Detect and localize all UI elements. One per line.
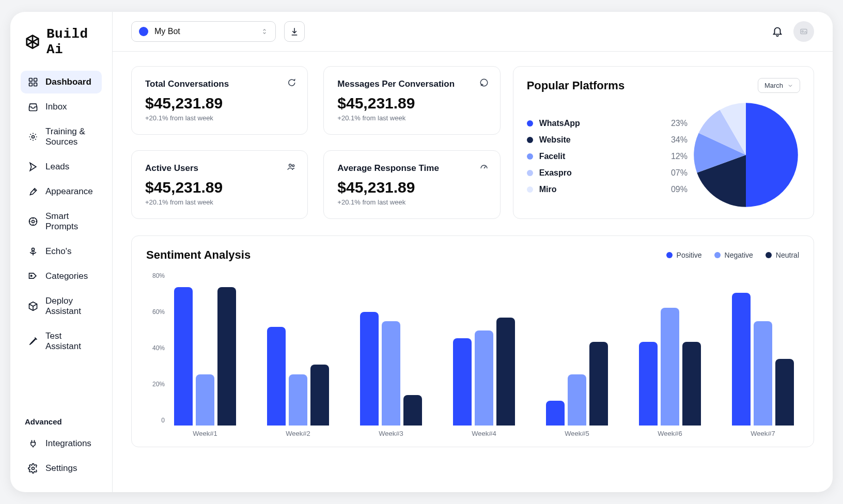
y-tick: 20% [152, 381, 165, 388]
legend-dot [527, 186, 533, 193]
platform-name: Website [539, 135, 571, 145]
svg-point-11 [802, 31, 803, 33]
bar-positive [267, 327, 286, 426]
sidebar-item-label: Categories [45, 271, 88, 281]
pie-slice [746, 103, 798, 207]
sidebar-item-leads[interactable]: Leads [21, 155, 102, 178]
card-value: $45,231.89 [337, 94, 486, 112]
bar-neutral [496, 318, 515, 426]
gear-icon [28, 463, 38, 474]
bar-negative [754, 321, 772, 426]
y-tick: 40% [152, 344, 165, 352]
platform-pct: 09% [671, 185, 688, 194]
stat-messages-per-conv: Messages Per Conversation $45,231.89 +20… [323, 66, 500, 135]
deploy-icon [28, 301, 38, 311]
bar-neutral [682, 342, 701, 426]
download-button[interactable] [284, 21, 305, 42]
bar-negative [382, 321, 400, 426]
sentiment-chart: 80%60%40%20%0 Week#1Week#2Week#3Week#4We… [146, 272, 799, 437]
chevron-updown-icon [261, 28, 268, 35]
topbar: My Bot [113, 12, 833, 52]
x-axis: Week#1Week#2Week#3Week#4Week#5Week#6Week… [169, 426, 799, 437]
stat-avg-response: Average Response Time $45,231.89 +20.1% … [323, 150, 500, 219]
platform-pct: 23% [671, 119, 688, 128]
legend-dot [527, 170, 533, 176]
sentiment-card: Sentiment Analysis Positive Negative Neu… [131, 235, 814, 447]
week-group [639, 274, 701, 426]
bar-neutral [775, 359, 794, 426]
download-icon [290, 27, 299, 36]
month-selector[interactable]: March [758, 78, 800, 93]
sidebar-item-deploy[interactable]: Deploy Assistant [21, 290, 102, 323]
month-label: March [764, 82, 783, 89]
svg-point-13 [289, 164, 292, 167]
bar-negative [196, 374, 214, 426]
platform-name: WhatsApp [539, 119, 580, 128]
legend-label: Positive [677, 251, 702, 259]
sidebar-item-label: Dashboard [45, 77, 91, 87]
appearance-icon [28, 186, 38, 197]
advanced-section-label: Advanced [21, 413, 102, 430]
platform-legend-row: Exaspro 07% [527, 168, 688, 178]
week-group [453, 274, 515, 426]
card-title: Total Conversations [145, 79, 294, 89]
legend-label: Negative [725, 251, 753, 259]
card-title: Active Users [145, 163, 294, 174]
x-tick: Week#5 [546, 430, 608, 437]
sidebar-item-integrations[interactable]: Integrations [21, 432, 102, 455]
sidebar-item-categories[interactable]: Categories [21, 265, 102, 288]
legend-dot-positive [666, 252, 673, 258]
sidebar-item-label: Integrations [45, 438, 91, 449]
card-value: $45,231.89 [337, 179, 486, 196]
bar-negative [568, 374, 586, 426]
bar-positive [546, 401, 565, 426]
gauge-icon [479, 162, 489, 171]
card-sub: +20.1% from last week [145, 198, 294, 206]
platform-pct: 34% [671, 135, 688, 145]
platforms-title: Popular Platforms [527, 79, 625, 92]
week-group [732, 274, 794, 426]
y-tick: 80% [152, 272, 165, 279]
sidebar-item-echos[interactable]: Echo's [21, 240, 102, 263]
top-row: Total Conversations $45,231.89 +20.1% fr… [131, 66, 814, 219]
sidebar-item-label: Deploy Assistant [45, 296, 95, 317]
legend-dot-negative [714, 252, 721, 258]
users-icon [287, 162, 296, 171]
bot-selector[interactable]: My Bot [131, 21, 276, 42]
bar-positive [732, 293, 751, 426]
sidebar-item-label: Test Assistant [45, 331, 95, 352]
sidebar-item-inbox[interactable]: Inbox [21, 96, 102, 118]
x-tick: Week#4 [453, 430, 515, 437]
y-axis: 80%60%40%20%0 [146, 272, 169, 424]
bar-neutral [217, 287, 236, 426]
echos-icon [28, 246, 38, 257]
bar-positive [174, 287, 193, 426]
sidebar-item-label: Smart Prompts [45, 211, 95, 232]
leads-icon [28, 162, 38, 172]
sidebar-item-settings[interactable]: Settings [21, 457, 102, 480]
sidebar-item-label: Inbox [45, 102, 67, 112]
svg-rect-3 [34, 83, 37, 86]
x-tick: Week#2 [267, 430, 329, 437]
sidebar-item-training[interactable]: Training & Sources [21, 120, 102, 153]
svg-point-8 [30, 275, 32, 277]
platform-legend-row: Website 34% [527, 135, 688, 145]
svg-point-6 [32, 220, 35, 223]
popular-platforms-card: Popular Platforms March WhatsApp 23% Web… [513, 66, 814, 219]
sidebar-item-dashboard[interactable]: Dashboard [21, 71, 102, 93]
y-tick: 0 [161, 417, 165, 424]
sidebar: Build Ai Dashboard Inbox Training & Sour… [10, 12, 113, 492]
avatar[interactable] [793, 21, 814, 42]
logo-icon [25, 34, 40, 50]
svg-rect-0 [29, 78, 33, 82]
sidebar-item-smart-prompts[interactable]: Smart Prompts [21, 205, 102, 238]
test-icon [28, 336, 38, 346]
sidebar-item-appearance[interactable]: Appearance [21, 180, 102, 203]
card-sub: +20.1% from last week [337, 114, 486, 122]
notifications-button[interactable] [772, 25, 784, 38]
svg-point-7 [32, 248, 35, 250]
sidebar-item-test[interactable]: Test Assistant [21, 325, 102, 358]
main: My Bot Total Conversations $45,231.89 +2… [113, 12, 833, 492]
svg-rect-2 [29, 83, 33, 86]
sidebar-item-label: Settings [45, 463, 77, 474]
